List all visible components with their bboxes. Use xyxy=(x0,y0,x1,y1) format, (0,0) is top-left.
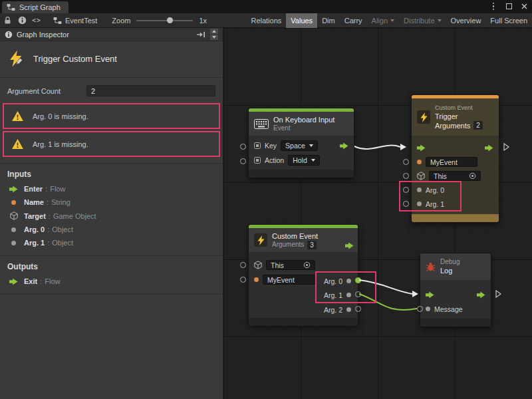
arg1-output-port[interactable] xyxy=(355,291,361,297)
arg0-port[interactable] xyxy=(403,187,409,193)
event-name-port[interactable] xyxy=(403,159,409,165)
arg2-output-port[interactable] xyxy=(355,306,361,312)
wire-arg1-to-message xyxy=(359,294,417,310)
window-menu-icon[interactable] xyxy=(489,2,497,11)
carry-button[interactable]: Carry xyxy=(340,13,367,28)
string-dot-icon xyxy=(254,277,259,282)
info-icon xyxy=(5,31,13,39)
unit-header: Trigger Custom Event xyxy=(0,41,223,78)
graph-breadcrumb[interactable]: EventTest xyxy=(53,17,97,25)
debug-log-node[interactable]: Debug Log Message xyxy=(420,253,491,327)
key-label: Key xyxy=(265,142,277,150)
arg0-label: Arg. 0 xyxy=(426,186,444,194)
cube-icon xyxy=(254,261,262,269)
outputs-heading: Outputs xyxy=(0,256,223,275)
node-footer xyxy=(412,214,499,222)
relations-button[interactable]: Relations xyxy=(246,13,286,28)
wire-arg0-to-debug xyxy=(359,280,412,294)
cube-icon xyxy=(10,211,18,220)
flow-output-port[interactable] xyxy=(340,142,348,150)
relation-triangle-icon xyxy=(495,290,501,298)
arg0-row: Arg. 0 xyxy=(324,274,351,288)
arg1-port[interactable] xyxy=(403,201,409,207)
window-close-icon[interactable] xyxy=(520,2,528,11)
arg0-output-port[interactable] xyxy=(355,277,361,283)
zoom-value: 1x xyxy=(199,17,207,25)
panel-scroll-buttons[interactable] xyxy=(210,29,218,40)
info-icon[interactable] xyxy=(15,13,29,28)
flow-input-port[interactable] xyxy=(426,291,434,299)
action-value-port[interactable] xyxy=(240,158,246,164)
zoom-slider[interactable] xyxy=(136,20,193,21)
warning-arg1: Arg. 1 is missing. xyxy=(3,131,220,157)
argument-count-input[interactable]: 2 xyxy=(86,85,215,96)
lightning-icon xyxy=(420,112,428,122)
flow-arrow-icon xyxy=(9,186,18,193)
tab-title: Script Graph xyxy=(19,3,61,11)
flow-output-port[interactable] xyxy=(477,291,485,299)
message-input-port[interactable] xyxy=(417,306,423,312)
flow-input-port[interactable] xyxy=(417,144,426,152)
arg0-row: Arg. 0 xyxy=(412,183,499,197)
dock-icon[interactable] xyxy=(197,31,205,38)
on-keyboard-input-node[interactable]: On Keyboard Input Event Key Space Action… xyxy=(248,108,354,178)
node-header: Custom Event Arguments3 xyxy=(249,228,358,252)
argument-count-badge: 2 xyxy=(473,121,483,130)
flow-output-port[interactable] xyxy=(485,144,493,152)
window-maximize-icon[interactable] xyxy=(505,2,513,11)
warning-text: Arg. 1 is missing. xyxy=(33,140,88,148)
enum-type-icon xyxy=(254,157,261,164)
cube-icon xyxy=(417,172,425,180)
arg2-label: Arg. 2 xyxy=(324,306,342,314)
object-dot-icon xyxy=(417,201,422,206)
target-row: This xyxy=(249,258,329,272)
object-dot-icon xyxy=(346,307,351,312)
custom-event-node[interactable]: Custom Event Arguments3 This MyEvent Arg… xyxy=(248,224,358,325)
distribute-button[interactable]: Distribute xyxy=(399,13,446,28)
target-field[interactable]: This xyxy=(429,171,481,181)
full-screen-button[interactable]: Full Screen xyxy=(485,13,532,28)
values-button[interactable]: Values xyxy=(286,13,317,28)
zoom-slider-handle[interactable] xyxy=(167,17,173,23)
object-dot-icon xyxy=(426,307,430,311)
event-name-field[interactable]: MyEvent xyxy=(263,275,316,285)
target-picker-icon[interactable] xyxy=(469,172,476,180)
flow-row xyxy=(420,288,491,302)
flow-arrow-icon xyxy=(9,278,18,285)
node-title: Log xyxy=(440,266,460,275)
node-title: Custom Event xyxy=(272,231,318,241)
action-label: Action xyxy=(265,156,284,164)
chevron-down-icon xyxy=(390,19,394,22)
trigger-custom-event-node[interactable]: Custom Event Trigger Arguments2 MyEvent … xyxy=(411,94,499,223)
key-dropdown[interactable]: Space xyxy=(281,140,318,151)
warning-text: Arg. 0 is missing. xyxy=(33,112,88,120)
overview-button[interactable]: Overview xyxy=(446,13,486,28)
zoom-control: Zoom 1x xyxy=(112,17,207,25)
event-name-field[interactable]: MyEvent xyxy=(426,157,477,167)
event-name-row: MyEvent xyxy=(249,273,329,287)
node-category: Debug xyxy=(440,258,460,266)
wire-keyboard-to-trigger xyxy=(354,146,400,149)
wire-arrowhead xyxy=(412,291,418,297)
bug-icon xyxy=(426,262,436,272)
target-row: This xyxy=(412,169,499,183)
lock-icon[interactable] xyxy=(0,13,15,28)
input-row-name: Name:String xyxy=(0,196,223,209)
flow-output-port[interactable] xyxy=(345,242,354,249)
action-dropdown[interactable]: Hold xyxy=(288,155,320,166)
event-name-row: MyEvent xyxy=(412,155,499,169)
target-field[interactable]: This xyxy=(266,260,315,270)
lightning-icon-box xyxy=(417,110,430,124)
align-button[interactable]: Align xyxy=(367,13,399,28)
code-icon[interactable]: <> xyxy=(29,13,44,28)
target-port[interactable] xyxy=(240,262,246,268)
key-value-port[interactable] xyxy=(240,144,246,150)
script-graph-icon xyxy=(53,17,62,25)
target-port[interactable] xyxy=(403,173,409,179)
script-graph-tab[interactable]: Script Graph xyxy=(2,1,68,13)
graph-canvas[interactable]: On Keyboard Input Event Key Space Action… xyxy=(223,28,532,399)
script-graph-icon xyxy=(7,3,15,11)
target-picker-icon[interactable] xyxy=(303,261,311,269)
dim-button[interactable]: Dim xyxy=(317,13,340,28)
event-name-port[interactable] xyxy=(240,277,246,283)
